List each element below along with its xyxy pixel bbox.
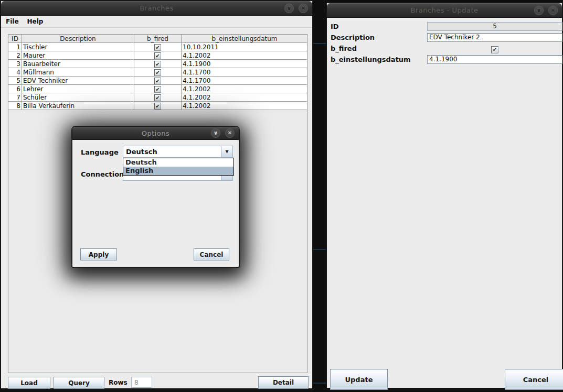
load-button-label: Load [20, 379, 38, 387]
chevron-down-icon: ∨ [287, 6, 291, 11]
close-button[interactable]: ✕ [299, 4, 308, 13]
cell-date[interactable]: 4.1.2002 [182, 93, 308, 102]
close-button[interactable]: ✕ [548, 6, 558, 15]
cell-b-fired[interactable]: ✔ [134, 68, 182, 77]
cell-date[interactable]: 4.1.1900 [182, 60, 308, 68]
column-header-id[interactable]: ID [8, 35, 22, 43]
close-button[interactable]: ✕ [225, 128, 235, 138]
cell-date[interactable]: 4.1.2002 [182, 85, 308, 93]
table-row[interactable]: 1Tischler✔10.10.2011 [8, 43, 307, 51]
branches-titlebar[interactable]: Branches ∨ ✕ [1, 1, 312, 16]
language-combobox-value: Deutsch [123, 146, 221, 157]
table-row[interactable]: 7Schüler✔4.1.2002 [8, 93, 307, 102]
field-label-description: Description [331, 34, 375, 41]
load-button[interactable]: Load [8, 377, 50, 389]
shade-button[interactable]: ∨ [534, 6, 544, 15]
cell-b-fired[interactable]: ✔ [134, 51, 182, 60]
cell-id[interactable]: 7 [8, 93, 22, 102]
table-row[interactable]: 8Billa Verkäuferin✔4.1.2002 [8, 102, 307, 110]
shade-button[interactable]: ∨ [211, 128, 220, 138]
table-row[interactable]: 6Lehrer✔4.1.2002 [8, 85, 307, 93]
options-titlebar[interactable]: Options ∨ ✕ [72, 127, 239, 140]
table-row[interactable]: 4Müllmann✔4.1.1700 [8, 68, 307, 77]
update-titlebar[interactable]: Branches - Update ∨ ✕ [327, 3, 562, 18]
cancel-button-label: Cancel [200, 251, 224, 258]
checkbox-icon[interactable]: ✔ [154, 61, 161, 68]
checkbox-icon[interactable]: ✔ [154, 69, 161, 76]
cell-id[interactable]: 8 [8, 102, 22, 110]
cell-description[interactable]: Tischler [22, 43, 134, 51]
field-checkbox-cell: ✔ [427, 43, 562, 53]
cell-date[interactable]: 10.10.2011 [182, 43, 308, 51]
checkbox-icon[interactable]: ✔ [154, 52, 161, 59]
cancel-button[interactable]: Cancel [194, 248, 229, 260]
field-input-description[interactable]: EDV Techniker 2 [427, 33, 562, 42]
field-input-id: 5 [427, 22, 562, 31]
cell-description[interactable]: Schüler [22, 93, 134, 102]
desktop-accent-line [313, 249, 326, 250]
checkbox-icon[interactable]: ✔ [154, 86, 161, 93]
cell-b-fired[interactable]: ✔ [134, 85, 182, 93]
column-header-b_fired[interactable]: b_fired [134, 35, 182, 43]
apply-button[interactable]: Apply [80, 248, 117, 260]
cell-description[interactable]: Lehrer [22, 85, 134, 93]
window-title: Branches [140, 4, 174, 12]
cell-b-fired[interactable]: ✔ [134, 93, 182, 102]
column-header-description[interactable]: Description [22, 35, 134, 43]
cell-id[interactable]: 1 [8, 43, 22, 51]
cell-b-fired[interactable]: ✔ [134, 102, 182, 110]
menu-help[interactable]: Help [27, 18, 44, 25]
desktop-accent-line [313, 383, 326, 384]
apply-button-label: Apply [89, 251, 109, 258]
close-icon: ✕ [301, 6, 305, 11]
cell-description[interactable]: Müllmann [22, 68, 134, 77]
column-header-b_einstellungsdatum[interactable]: b_einstellungsdatum [182, 35, 308, 43]
cell-b-fired[interactable]: ✔ [134, 60, 182, 68]
cancel-button[interactable]: Cancel [505, 369, 563, 390]
cell-description[interactable]: Billa Verkäuferin [22, 102, 134, 110]
chevron-down-icon[interactable]: ▼ [221, 146, 232, 157]
cell-date[interactable]: 4.1.1700 [182, 77, 308, 85]
dropdown-item-english[interactable]: English [123, 167, 233, 175]
cell-date[interactable]: 4.1.2002 [182, 51, 308, 60]
field-input-b_einstellungsdatum[interactable]: 4.1.1900 [427, 55, 562, 64]
cell-b-fired[interactable]: ✔ [134, 43, 182, 51]
cell-id[interactable]: 5 [8, 77, 22, 85]
cell-description[interactable]: EDV Techniker [22, 77, 134, 85]
checkbox-icon[interactable]: ✔ [154, 44, 161, 51]
update-button[interactable]: Update [330, 369, 388, 390]
language-dropdown-popup: DeutschEnglish [123, 158, 234, 176]
table-row[interactable]: 3Bauarbeiter✔4.1.1900 [8, 60, 307, 68]
query-button[interactable]: Query [54, 377, 104, 389]
shade-button[interactable]: ∨ [284, 4, 294, 13]
cell-id[interactable]: 3 [8, 60, 22, 68]
branches-table: IDDescriptionb_firedb_einstellungsdatum1… [8, 35, 307, 110]
field-row: DescriptionEDV Techniker 2 [327, 32, 562, 43]
b-fired-checkbox[interactable]: ✔ [491, 46, 498, 53]
cell-description[interactable]: Maurer [22, 51, 134, 60]
detail-button[interactable]: Detail [258, 376, 309, 389]
checkbox-icon[interactable]: ✔ [154, 94, 161, 101]
cell-description[interactable]: Bauarbeiter [22, 60, 134, 68]
cell-id[interactable]: 2 [8, 51, 22, 60]
cell-id[interactable]: 6 [8, 85, 22, 93]
field-row: ID5 [327, 21, 562, 32]
cell-b-fired[interactable]: ✔ [134, 77, 182, 85]
checkbox-icon[interactable]: ✔ [154, 103, 161, 110]
field-row: b_einstellungsdatum4.1.1900 [327, 54, 562, 65]
language-combobox[interactable]: Deutsch ▼ [123, 146, 233, 158]
table-row[interactable]: 5EDV Techniker✔4.1.1700 [8, 77, 307, 85]
rows-value: 8 [134, 379, 139, 386]
close-icon: ✕ [228, 130, 232, 136]
cell-id[interactable]: 4 [8, 68, 22, 77]
cell-date[interactable]: 4.1.2002 [182, 102, 308, 110]
rows-input[interactable]: 8 [131, 377, 152, 388]
checkbox-icon[interactable]: ✔ [154, 78, 161, 84]
dropdown-item-deutsch[interactable]: Deutsch [123, 158, 233, 167]
table-row[interactable]: 2Maurer✔4.1.2002 [8, 51, 307, 60]
menu-file[interactable]: File [6, 18, 19, 25]
close-icon: ✕ [551, 8, 555, 13]
cell-date[interactable]: 4.1.1700 [182, 68, 308, 77]
rows-label: Rows [109, 379, 128, 386]
connection-label: Connection [81, 170, 124, 178]
